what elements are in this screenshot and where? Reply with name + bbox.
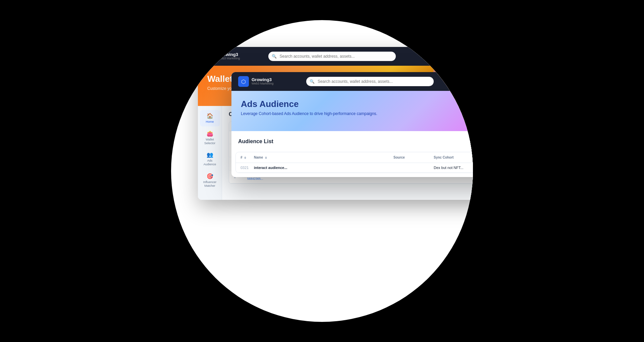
- wallet-icon-back: 👛: [207, 130, 213, 137]
- avatar-img-back: 👤: [447, 52, 456, 61]
- sort-num-icon: [244, 157, 246, 159]
- influencer-icon-back: 🎯: [207, 173, 213, 179]
- sidebar-home-label-back: Home: [206, 120, 214, 124]
- audience-row-name-1: interact audience...: [254, 166, 393, 170]
- username-back: Username: [459, 52, 473, 57]
- row-addr-4: 56842365...: [247, 177, 473, 180]
- col-sync-cohort-audience: Sync Cohort: [434, 156, 473, 159]
- audience-table-header: # Name Source Sync Cohort Sync Status: [236, 152, 473, 163]
- user-profile-back[interactable]: 👤 Username 0x11e4857bb...: [447, 52, 473, 61]
- hero-ads-title: Ads Audience: [241, 99, 473, 109]
- user-info-back: Username 0x11e4857bb...: [459, 52, 473, 60]
- audience-section-header: Audience List + New Audience: [231, 131, 473, 152]
- logo-icon-front: ⬡: [238, 76, 249, 87]
- sidebar-item-wallet-back[interactable]: 👛 Wallet Selector: [200, 128, 220, 148]
- search-input-front[interactable]: [306, 77, 434, 86]
- user-addr-back: 0x11e4857bb...: [459, 57, 473, 60]
- logo-icon-back: ⬡: [205, 51, 215, 62]
- background-circle: ⬡ Growing3 Web3 Marketing 🔍 👤 Username 0…: [171, 20, 473, 322]
- search-bar-front[interactable]: 🔍: [306, 77, 434, 86]
- audience-row-sync-cohort-1: Dex but not NFT...: [434, 166, 473, 170]
- hero-ads-subtitle: Leverage Cohort-based Ads Audience to dr…: [241, 111, 473, 116]
- search-input-back[interactable]: [268, 52, 396, 61]
- logo-text-front: Growing3 Web3 Marketing: [252, 77, 273, 86]
- app-subtitle-front: Web3 Marketing: [252, 82, 273, 86]
- user-avatar-back: 👤: [447, 52, 456, 61]
- app-subtitle-back: Web3 Marketing: [218, 57, 240, 60]
- app-name-front: Growing3: [252, 77, 273, 82]
- col-source-audience: Source: [393, 156, 434, 159]
- app-name-back: Growing3: [218, 52, 240, 57]
- logo-back: ⬡ Growing3 Web3 Marketing: [205, 51, 240, 62]
- navbar-back: ⬡ Growing3 Web3 Marketing 🔍 👤 Username 0…: [198, 47, 473, 66]
- sidebar-influencer-label-back: Influencer Matcher: [202, 180, 218, 188]
- audience-row-num-1: 0321: [240, 166, 254, 170]
- audience-table-container: # Name Source Sync Cohort Sync Status 03…: [235, 152, 473, 173]
- home-icon-back: 🏠: [207, 113, 213, 119]
- sidebar-wallet-label-back: Wallet Selector: [202, 138, 218, 145]
- logo-text-back: Growing3 Web3 Marketing: [218, 52, 240, 60]
- sort-name-icon: [265, 157, 267, 159]
- sidebar-item-influencer-back[interactable]: 🎯 Influencer Matcher: [200, 170, 220, 190]
- logo-front: ⬡ Growing3 Web3 Marketing: [238, 76, 273, 87]
- audience-row-data-1: interact audience...: [254, 166, 393, 170]
- hero-ads-banner: Ads Audience Leverage Cohort-based Ads A…: [231, 91, 473, 131]
- search-icon-front: 🔍: [310, 79, 315, 84]
- table-row: 0321 interact audience... Dex but not NF…: [236, 163, 473, 173]
- ads-audience-window: ⬡ Growing3 Web3 Marketing 🔍 👤 Username 0…: [231, 72, 473, 177]
- navbar-front: ⬡ Growing3 Web3 Marketing 🔍 👤 Username 0…: [231, 72, 473, 91]
- sidebar-ads-label-back: Ads Audience: [202, 159, 218, 166]
- ads-icon-back: 👥: [207, 152, 213, 158]
- sidebar-back: 🏠 Home 👛 Wallet Selector 👥 Ads Audience …: [198, 106, 222, 200]
- col-num-audience: #: [240, 156, 254, 159]
- sidebar-item-ads-back[interactable]: 👥 Ads Audience: [200, 149, 220, 169]
- audience-section-title: Audience List: [238, 138, 273, 145]
- col-name-audience: Name: [254, 156, 393, 159]
- sidebar-item-home-back[interactable]: 🏠 Home: [200, 110, 220, 126]
- search-icon-back: 🔍: [272, 54, 277, 59]
- search-bar-back[interactable]: 🔍: [268, 52, 396, 61]
